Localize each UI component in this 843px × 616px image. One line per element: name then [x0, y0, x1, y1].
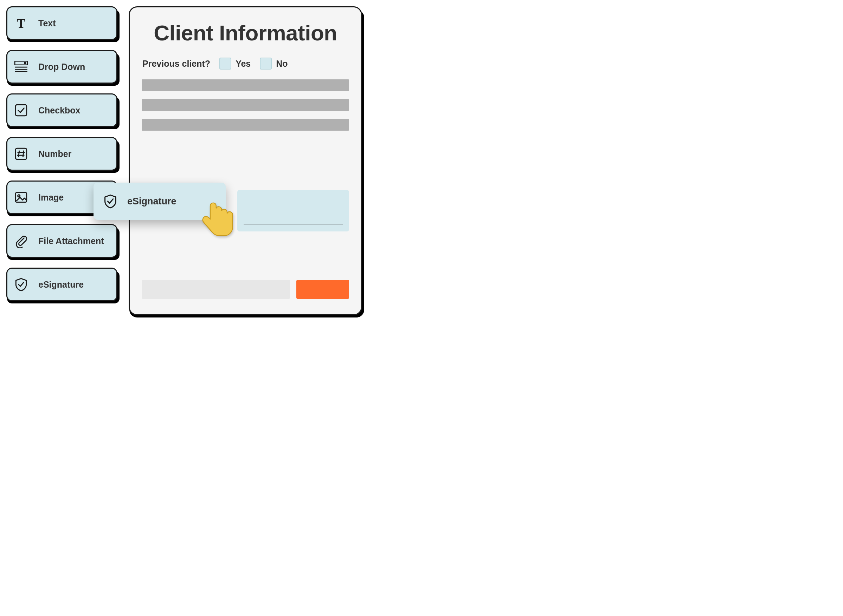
form-title: Client Information: [142, 21, 349, 45]
number-icon: [14, 147, 28, 161]
footer-input[interactable]: [142, 280, 290, 299]
palette-tile-text[interactable]: T Text: [6, 6, 118, 40]
placeholder-line: [142, 99, 349, 111]
form-preview-panel: Client Information Previous client? Yes …: [129, 6, 362, 315]
palette-tile-label: Text: [38, 18, 56, 28]
palette-tile-label: eSignature: [38, 280, 84, 290]
checkbox-icon: [14, 103, 28, 118]
signature-pad[interactable]: [237, 190, 349, 232]
placeholder-line: [142, 79, 349, 91]
palette-tile-label: Checkbox: [38, 106, 80, 116]
question-label: Previous client?: [143, 59, 210, 69]
svg-rect-7: [15, 148, 27, 160]
palette-tile-label: Drop Down: [38, 62, 85, 72]
image-icon: [14, 190, 28, 205]
option-yes[interactable]: Yes: [219, 57, 251, 69]
checkbox-input[interactable]: [219, 57, 231, 69]
palette-tile-esignature[interactable]: eSignature: [6, 268, 118, 301]
cursor-hand-icon: [196, 199, 238, 242]
svg-rect-6: [15, 105, 27, 116]
palette-tile-label: Number: [38, 149, 71, 159]
svg-point-13: [18, 195, 20, 197]
esignature-icon: [103, 194, 118, 209]
svg-line-8: [19, 151, 19, 157]
dragging-tile-label: eSignature: [127, 196, 177, 207]
placeholder-line: [142, 119, 349, 131]
question-row: Previous client? Yes No: [142, 57, 349, 69]
palette-tile-dropdown[interactable]: Drop Down: [6, 50, 118, 84]
field-palette: T Text Drop Down: [6, 6, 118, 301]
checkbox-input[interactable]: [260, 57, 272, 69]
esignature-icon: [14, 277, 28, 292]
submit-button[interactable]: [296, 280, 349, 299]
option-label: Yes: [235, 59, 251, 69]
attachment-icon: [14, 233, 28, 248]
svg-text:T: T: [17, 16, 25, 31]
form-footer: [142, 280, 349, 299]
palette-tile-attachment[interactable]: File Attachment: [6, 224, 118, 258]
svg-rect-2: [24, 62, 26, 64]
dropdown-icon: [14, 59, 28, 74]
palette-tile-number[interactable]: Number: [6, 137, 118, 171]
svg-line-9: [23, 151, 24, 157]
option-label: No: [276, 59, 288, 69]
palette-tile-label: Image: [38, 192, 64, 202]
palette-tile-label: File Attachment: [38, 236, 104, 246]
option-no[interactable]: No: [260, 57, 288, 69]
palette-tile-checkbox[interactable]: Checkbox: [6, 94, 118, 127]
text-icon: T: [14, 16, 28, 31]
